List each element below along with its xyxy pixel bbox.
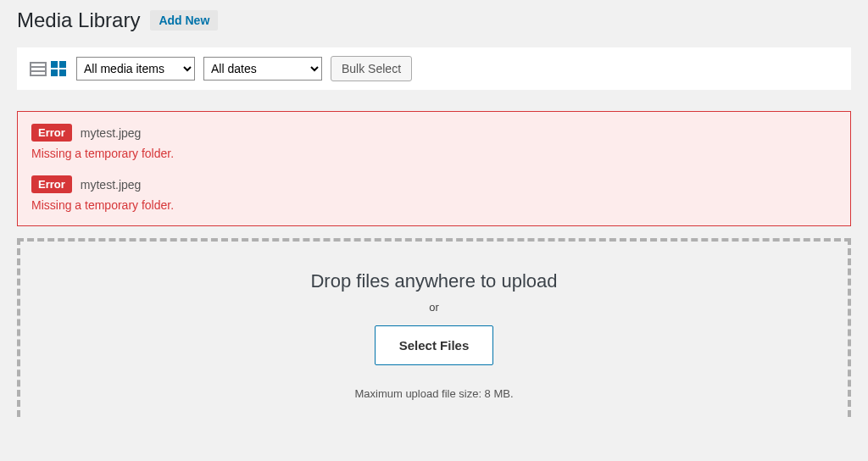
select-files-button[interactable]: Select Files	[375, 325, 494, 365]
media-toolbar: All media items All dates Bulk Select	[17, 47, 851, 90]
page-header: Media Library Add New	[17, 8, 851, 32]
error-message: Missing a temporary folder.	[31, 147, 837, 160]
dropzone-or: or	[37, 301, 831, 314]
error-badge: Error	[31, 175, 72, 193]
grid-icon	[50, 60, 67, 77]
filter-date[interactable]: All dates	[203, 57, 322, 81]
filter-media-type[interactable]: All media items	[76, 57, 195, 81]
view-list-button[interactable]	[29, 59, 47, 78]
svg-rect-6	[51, 61, 58, 68]
svg-rect-9	[59, 69, 66, 76]
error-message: Missing a temporary folder.	[31, 198, 837, 212]
page-title: Media Library	[17, 8, 140, 32]
dropzone-title: Drop files anywhere to upload	[37, 270, 831, 292]
svg-rect-8	[51, 69, 58, 76]
error-item: Error mytest.jpeg Missing a temporary fo…	[31, 175, 837, 212]
error-filename: mytest.jpeg	[81, 126, 142, 140]
error-item: Error mytest.jpeg Missing a temporary fo…	[31, 124, 837, 160]
bulk-select-button[interactable]: Bulk Select	[331, 56, 412, 81]
view-grid-button[interactable]	[49, 59, 68, 78]
add-new-button[interactable]: Add New	[150, 10, 218, 31]
view-toggle	[29, 59, 68, 78]
error-badge: Error	[31, 124, 72, 142]
error-filename: mytest.jpeg	[81, 178, 142, 192]
upload-dropzone[interactable]: Drop files anywhere to upload or Select …	[17, 238, 851, 417]
max-upload-size: Maximum upload file size: 8 MB.	[37, 387, 831, 400]
svg-rect-7	[59, 61, 66, 68]
upload-error-notice: Error mytest.jpeg Missing a temporary fo…	[17, 111, 851, 226]
list-icon	[30, 60, 47, 77]
